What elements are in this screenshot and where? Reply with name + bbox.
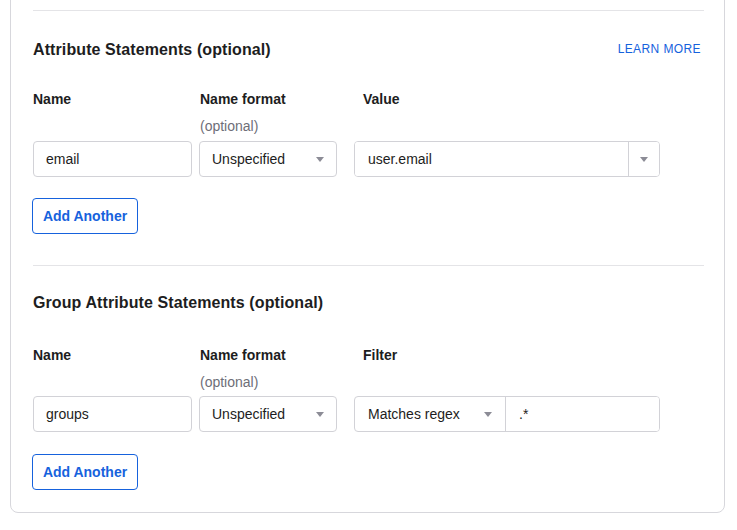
saml-settings-page: Attribute Statements (optional) LEARN MO… <box>0 0 737 530</box>
column-subheader-optional: (optional) <box>200 374 258 390</box>
attribute-statements-title: Attribute Statements (optional) <box>33 41 271 59</box>
add-another-group-attribute-button[interactable]: Add Another <box>32 454 138 490</box>
section-divider-top <box>33 10 704 11</box>
attribute-name-format-select[interactable]: Unspecified <box>199 141 337 177</box>
column-header-name: Name <box>33 347 71 363</box>
column-header-name-format: Name format <box>200 91 286 107</box>
attribute-value-dropdown-button[interactable] <box>628 142 659 176</box>
column-header-name: Name <box>33 91 71 107</box>
group-attribute-name-format-value: Unspecified <box>212 406 285 422</box>
attribute-value-combobox <box>354 141 660 177</box>
group-attribute-filter-type-value: Matches regex <box>368 406 460 422</box>
group-attribute-filter-group: Matches regex <box>354 396 660 432</box>
section-divider-middle <box>33 265 704 266</box>
group-attribute-filter-type-select[interactable]: Matches regex <box>355 397 506 431</box>
chevron-down-icon <box>640 157 648 162</box>
attribute-name-input[interactable] <box>33 141 192 177</box>
chevron-down-icon <box>316 412 324 417</box>
column-header-name-format: Name format <box>200 347 286 363</box>
column-header-value: Value <box>363 91 400 107</box>
group-attribute-name-format-select[interactable]: Unspecified <box>199 396 337 432</box>
learn-more-link[interactable]: LEARN MORE <box>618 42 701 56</box>
group-attribute-statements-title: Group Attribute Statements (optional) <box>33 294 323 312</box>
group-attribute-name-input[interactable] <box>33 396 192 432</box>
group-attribute-filter-value-input[interactable] <box>506 397 659 431</box>
attribute-value-input[interactable] <box>355 142 628 176</box>
chevron-down-icon <box>316 157 324 162</box>
chevron-down-icon <box>484 412 492 417</box>
column-subheader-optional: (optional) <box>200 118 258 134</box>
attribute-name-format-value: Unspecified <box>212 151 285 167</box>
column-header-filter: Filter <box>363 347 397 363</box>
add-another-attribute-button[interactable]: Add Another <box>32 198 138 234</box>
